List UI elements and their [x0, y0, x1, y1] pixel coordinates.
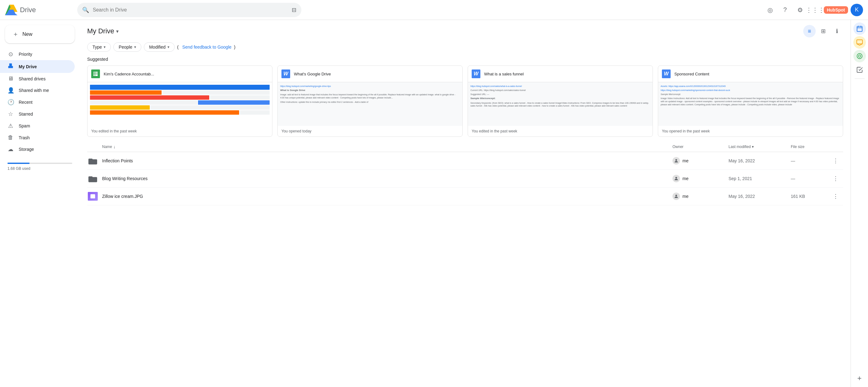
type-chip-chevron-icon: ▾: [104, 45, 105, 49]
owner-name-3: me: [682, 194, 688, 199]
more-options-button-3[interactable]: ⋮: [831, 191, 841, 201]
column-name[interactable]: Name ↓: [102, 144, 673, 149]
svg-point-11: [675, 177, 677, 179]
sidebar-item-shared-drives[interactable]: 🖥 Shared drives: [0, 73, 75, 84]
file-name-1: Inflection Points: [102, 158, 673, 163]
storage-text: 1.68 GB used: [7, 167, 72, 171]
user-avatar[interactable]: K: [850, 4, 863, 16]
my-drive-icon: [7, 63, 14, 70]
search-bar[interactable]: 🔍 ⊟: [77, 3, 301, 17]
storage-section: 1.68 GB used: [0, 155, 80, 176]
file-list-header: Name ↓ Owner Last modified ▾ File size: [87, 142, 843, 152]
sidebar-item-priority[interactable]: ⊙ Priority: [0, 48, 75, 60]
suggested-card-3[interactable]: W What is a sales funnel https://blog.hu…: [468, 65, 653, 137]
doc-icon-3: W: [472, 69, 480, 78]
my-drive-title[interactable]: My Drive ▾: [87, 27, 119, 35]
search-input[interactable]: [93, 7, 288, 13]
file-owner-1: me: [673, 157, 728, 165]
starred-icon: ☆: [7, 111, 14, 117]
suggested-card-1[interactable]: Kim's Cadence Accountab...: [87, 65, 272, 137]
card-4-footer: You opened in the past week: [658, 126, 843, 137]
shared-drives-icon: 🖥: [7, 76, 14, 82]
type-filter-chip[interactable]: Type ▾: [87, 42, 111, 52]
card-3-header: W What is a sales funnel: [468, 66, 653, 82]
storage-bar-fill: [7, 162, 30, 164]
table-row[interactable]: Blog Writing Resources me Sep 1, 2021 — …: [87, 170, 843, 187]
people-filter-chip[interactable]: People ▾: [113, 42, 141, 52]
trash-icon: 🗑: [7, 134, 14, 141]
plus-icon: ＋: [12, 30, 19, 38]
spam-icon: ⚠: [7, 122, 14, 129]
owner-avatar-2: [673, 175, 680, 182]
priority-icon: ⊙: [7, 51, 14, 58]
title-chevron-icon: ▾: [116, 28, 119, 34]
file-owner-3: me: [673, 192, 728, 200]
shared-with-me-icon: 👤: [7, 87, 14, 94]
sidebar-item-trash[interactable]: 🗑 Trash: [0, 132, 75, 143]
hubspot-text: HubSpot: [827, 7, 845, 12]
sort-modified-icon: ▾: [752, 145, 754, 149]
table-row[interactable]: Inflection Points me May 16, 2022 — ⋮: [87, 152, 843, 170]
svg-rect-15: [857, 27, 862, 32]
sort-desc-icon: ↓: [113, 144, 116, 149]
help-icon[interactable]: ?: [779, 4, 792, 16]
sidebar-item-label-spam: Spam: [19, 123, 30, 128]
modified-filter-chip[interactable]: Modified ▾: [144, 42, 175, 52]
column-last-modified[interactable]: Last modified ▾: [728, 145, 791, 149]
file-icon-image-3: [87, 191, 98, 202]
drive-title-text: My Drive: [87, 27, 114, 35]
content-area: My Drive ▾ ≡ ⊞ ℹ Type ▾ People ▾ Modifie…: [80, 20, 850, 387]
feedback-link[interactable]: Send feedback to Google: [182, 44, 231, 50]
sidebar-item-storage[interactable]: ☁ Storage: [0, 143, 75, 155]
table-row[interactable]: Zillow ice cream.JPG me May 16, 2022 161…: [87, 187, 843, 205]
assistant-icon[interactable]: ◎: [764, 4, 776, 16]
suggested-card-2[interactable]: W What's Google Drive https://blog.hubsp…: [277, 65, 463, 137]
storage-icon: ☁: [7, 146, 14, 153]
search-icon: 🔍: [82, 6, 89, 13]
sidebar-item-starred[interactable]: ☆ Starred: [0, 108, 75, 120]
svg-point-10: [675, 159, 677, 161]
recent-icon: 🕐: [7, 99, 14, 106]
apps-icon[interactable]: ⋮⋮⋮: [809, 4, 821, 16]
hubspot-logo: HubSpot: [824, 6, 848, 14]
modified-chip-chevron-icon: ▾: [167, 45, 169, 49]
sidebar-item-recent[interactable]: 🕐 Recent: [0, 96, 75, 108]
sidebar-item-shared-with-me[interactable]: 👤 Shared with me: [0, 84, 75, 96]
settings-icon[interactable]: ⚙: [794, 4, 806, 16]
side-panel-calendar-button[interactable]: [854, 23, 866, 35]
main-layout: ＋ New ⊙ Priority My Drive 🖥 Shared drive…: [0, 20, 868, 387]
side-panel-chat-button[interactable]: [854, 36, 866, 49]
suggested-card-4[interactable]: W Sponsored Content Assets: https://app.…: [658, 65, 843, 137]
card-1-header: Kim's Cadence Accountab...: [88, 66, 272, 82]
sidebar-item-label-recent: Recent: [19, 100, 32, 105]
sidebar-item-spam[interactable]: ⚠ Spam: [0, 120, 75, 132]
side-panel-meet-button[interactable]: [854, 50, 866, 62]
sidebar-item-label-priority: Priority: [19, 52, 32, 57]
more-options-button-2[interactable]: ⋮: [831, 174, 841, 183]
grid-view-button[interactable]: ⊞: [817, 25, 829, 37]
modified-chip-label: Modified: [149, 44, 166, 50]
card-4-preview: Assets: https://app.asana.com/0/1200000/…: [658, 82, 843, 126]
side-panel-tasks-button[interactable]: [854, 64, 866, 76]
file-owner-2: me: [673, 175, 728, 182]
card-1-footer: You edited in the past week: [88, 126, 272, 137]
new-button-label: New: [23, 31, 32, 37]
card-2-title: What's Google Drive: [294, 72, 331, 76]
card-2-header: W What's Google Drive: [278, 66, 462, 82]
sheet-icon: [91, 69, 100, 78]
sidebar-item-my-drive[interactable]: My Drive: [0, 60, 75, 73]
svg-point-14: [675, 195, 677, 196]
doc-icon-4: W: [662, 69, 671, 78]
filter-sliders-icon[interactable]: ⊟: [292, 6, 297, 13]
more-options-button-1[interactable]: ⋮: [831, 156, 841, 166]
side-panel-add-button[interactable]: +: [854, 372, 866, 385]
list-view-button[interactable]: ≡: [803, 25, 816, 37]
new-button[interactable]: ＋ New: [5, 25, 75, 43]
file-size-1: —: [791, 158, 828, 163]
card-3-title: What is a sales funnel: [484, 72, 524, 76]
card-1-title: Kim's Cadence Accountab...: [104, 72, 154, 76]
file-name-2: Blog Writing Resources: [102, 176, 673, 181]
info-button[interactable]: ℹ: [831, 25, 843, 37]
file-list-section: Name ↓ Owner Last modified ▾ File size I…: [80, 142, 850, 387]
content-header: My Drive ▾ ≡ ⊞ ℹ: [80, 20, 850, 40]
